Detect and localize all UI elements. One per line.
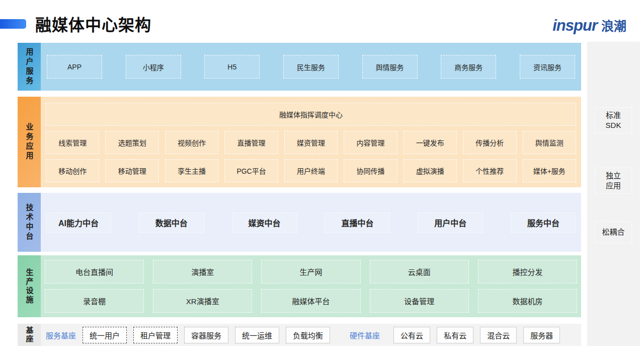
row-label-business-apps: 业务应用	[18, 97, 41, 187]
app-box: 虚拟演播	[404, 159, 457, 182]
title-accent-bar	[0, 19, 26, 29]
facility-box: 数据机房	[478, 289, 577, 313]
facility-box: XR演播室	[153, 289, 252, 313]
facility-box: 演播室	[153, 260, 252, 284]
app-box: 移动创作	[46, 159, 99, 182]
app-box: 线索管理	[46, 131, 99, 154]
side-panel-box-standalone-app: 独立 应用	[595, 168, 632, 194]
app-box: 一键发布	[404, 131, 457, 154]
facility-box: 电台直播间	[45, 260, 144, 284]
business-apps-content: 融媒体指挥调度中心 线索管理 选题策划 视频创作 直播管理 媒资管理 内容管理 …	[41, 97, 581, 187]
app-box: PGC平台	[224, 159, 278, 182]
architecture-slide: 融媒体中心架构 inspur 浪潮 用户服务 APP 小程序 H5 民生服务 舆…	[0, 0, 644, 354]
app-box: 孪生主播	[165, 159, 218, 182]
app-box: 内容管理	[344, 131, 397, 154]
app-box: 传播分析	[463, 131, 516, 154]
base-box: 统一用户	[83, 327, 127, 343]
row-label-tech-platforms: 技术中台	[18, 193, 41, 252]
base-box: 容器服务	[184, 327, 228, 343]
inspur-logo: inspur 浪潮	[552, 16, 626, 35]
command-center-box: 融媒体指挥调度中心	[46, 103, 576, 126]
app-box: 直播管理	[224, 131, 278, 154]
row-label-foundation: 基座	[18, 324, 41, 346]
production-content: 电台直播间 演播室 生产网 云桌面 播控分发 录音棚 XR演播室 融媒体平台 设…	[41, 255, 581, 317]
service-box: APP	[47, 55, 102, 79]
row-foundation: 基座 服务基座 统一用户 租户管理 容器服务 统一运维 负载均衡 硬件基座 公有…	[18, 324, 581, 346]
platform-box: 用户中台	[418, 213, 483, 233]
app-box: 选题策划	[105, 131, 158, 154]
logo-chinese: 浪潮	[601, 16, 626, 34]
base-box: 服务器	[523, 327, 560, 343]
base-box: 负载均衡	[286, 327, 330, 343]
business-apps-grid-row1: 线索管理 选题策划 视频创作 直播管理 媒资管理 内容管理 一键发布 传播分析 …	[46, 131, 576, 182]
base-box: 公有云	[393, 327, 430, 343]
base-box: 私有云	[437, 327, 473, 343]
row-label-production: 生产设施	[18, 255, 41, 317]
service-box: H5	[204, 55, 260, 79]
platform-box: 服务中台	[511, 213, 576, 233]
app-box: 用户终端	[284, 159, 338, 182]
facility-box: 生产网	[261, 260, 360, 284]
row-label-user-services: 用户服务	[18, 43, 41, 91]
row-tech-platforms: 技术中台 AI能力中台 数据中台 媒资中台 直播中台 用户中台 服务中台	[18, 193, 581, 252]
platform-box: AI能力中台	[46, 213, 111, 233]
service-base-label: 服务基座	[46, 330, 76, 340]
side-panel-box-standard-sdk: 标准 SDK	[595, 107, 632, 133]
base-box: 混合云	[480, 327, 517, 343]
facility-box: 播控分发	[478, 260, 577, 284]
app-box: 协同传播	[344, 159, 397, 182]
row-business-apps: 业务应用 融媒体指挥调度中心 线索管理 选题策划 视频创作 直播管理 媒资管理 …	[18, 97, 581, 187]
base-box: 统一运维	[235, 327, 279, 343]
row-user-services: 用户服务 APP 小程序 H5 民生服务 舆情服务 商务服务 资讯服务	[18, 43, 581, 91]
facility-box: 融媒体平台	[261, 289, 360, 313]
foundation-content: 服务基座 统一用户 租户管理 容器服务 统一运维 负载均衡 硬件基座 公有云 私…	[41, 324, 581, 346]
side-panel: 标准 SDK 独立 应用 松耦合	[587, 42, 640, 346]
tech-platforms-content: AI能力中台 数据中台 媒资中台 直播中台 用户中台 服务中台	[41, 193, 581, 252]
service-box: 舆情服务	[362, 55, 418, 79]
facility-box: 设备管理	[370, 289, 469, 313]
platform-box: 媒资中台	[232, 213, 297, 233]
app-box: 舆情监测	[523, 131, 576, 154]
service-box: 民生服务	[283, 55, 339, 79]
facility-box: 录音棚	[45, 289, 144, 313]
service-box: 小程序	[126, 55, 181, 79]
service-box: 资讯服务	[520, 55, 575, 79]
user-services-content: APP 小程序 H5 民生服务 舆情服务 商务服务 资讯服务	[41, 43, 581, 91]
hardware-base-label: 硬件基座	[350, 330, 380, 340]
page-title: 融媒体中心架构	[35, 12, 151, 35]
app-box: 移动管理	[105, 159, 158, 182]
platform-box: 直播中台	[325, 213, 390, 233]
row-production-facilities: 生产设施 电台直播间 演播室 生产网 云桌面 播控分发 录音棚 XR演播室 融媒…	[18, 255, 581, 317]
logo-wordmark: inspur	[552, 17, 597, 35]
app-box: 媒体+服务	[523, 159, 576, 182]
facility-box: 云桌面	[370, 260, 469, 284]
app-box: 个性推荐	[463, 159, 516, 182]
side-panel-box-loose-coupling: 松耦合	[595, 221, 632, 243]
app-box: 媒资管理	[284, 131, 338, 154]
base-box: 租户管理	[133, 327, 178, 343]
service-box: 商务服务	[441, 55, 496, 79]
platform-box: 数据中台	[139, 213, 204, 233]
app-box: 视频创作	[165, 131, 218, 154]
